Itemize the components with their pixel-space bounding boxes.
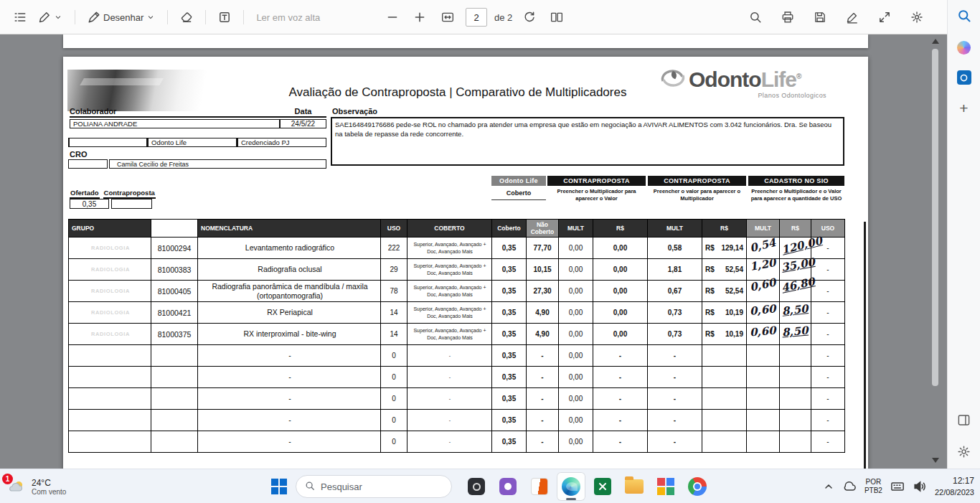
page-number-input[interactable] [466,8,487,27]
save-button[interactable] [810,7,830,27]
search-document-button[interactable] [745,7,765,27]
table-cell: 0,00 [593,302,648,324]
taskbar-app-2[interactable] [651,472,680,501]
add-text-button[interactable] [215,7,235,27]
office-icon[interactable] [957,70,971,85]
table-cell: 0,60 [747,302,780,324]
fullscreen-button[interactable] [875,7,895,27]
section-band-subtitle: Preencher o valor para aparecer o Multip… [648,188,746,202]
table-cell: - [811,324,845,345]
taskbar-search[interactable]: Pesquisar [296,475,452,498]
vertical-scrollbar[interactable] [930,34,941,469]
table-cell [747,410,780,431]
previous-page-bottom [63,34,868,48]
fit-width-icon [440,11,455,24]
table-cell [151,388,198,410]
table-cell: - [648,431,702,453]
table-cell: Superior, Avançado, Avançado + Doc, Avan… [407,302,492,324]
weather-icon: 1 [7,477,26,496]
table-cell: Superior, Avançado, Avançado + Doc, Avan… [407,324,492,345]
table-cell: - [593,388,648,410]
table-cell: 0,35 [492,302,527,324]
table-cell [69,431,151,453]
scroll-down-arrow[interactable] [932,458,939,463]
table-row: RADIOLOGIA81000383Radiografia oclusal29S… [69,259,845,281]
clock[interactable]: 12:17 22/08/2023 [935,476,974,497]
sidebar-search-icon[interactable] [956,7,973,24]
toolbar-separator [205,10,206,24]
scrollbar-thumb[interactable] [932,49,938,386]
table-cell: 0,73 [648,302,702,324]
column-header: R$ [702,220,747,238]
table-cell: 4,90 [527,302,559,324]
save-as-button[interactable] [842,7,862,27]
start-button[interactable] [271,479,287,494]
table-cell [69,388,151,410]
taskbar-app-edge[interactable] [557,472,585,501]
zoom-out-button[interactable] [382,7,402,27]
taskbar-app-chat[interactable] [494,472,522,501]
table-cell: 0,35 [492,367,527,388]
rotate-button[interactable] [519,7,540,27]
observacao-value: SAE164849176686 pede-se ROL no chamado p… [331,117,844,166]
eraser-button[interactable] [176,7,197,27]
table-cell [780,431,811,453]
table-cell: - [811,431,845,453]
settings-button[interactable] [907,7,927,27]
system-tray: POR PTB2 12:17 22/08/2023 [823,469,974,503]
draw-pen-icon [88,11,100,24]
taskbar-app-document[interactable] [525,472,554,501]
weather-condition: Com vento [32,488,66,496]
volume-icon[interactable] [913,479,927,494]
taskbar-app-chrome[interactable] [683,472,712,501]
taskbar-center: Pesquisar [271,469,712,503]
copilot-icon[interactable] [956,39,973,56]
taskbar-app-1[interactable] [462,472,491,501]
table-cell: - [811,259,845,281]
fit-to-width-button[interactable] [437,7,458,27]
table-row: -0-0,35-0,00--- [69,431,845,453]
onedrive-cloud-icon[interactable] [842,479,857,494]
table-cell: 0 [381,367,407,388]
table-cell: 8,50 [780,302,811,324]
read-aloud-button[interactable]: Ler em voz alta [253,9,324,27]
taskbar-app-file-explorer[interactable] [620,472,649,501]
table-cell: - [811,345,845,367]
table-cell: 0,73 [648,324,702,345]
touch-keyboard-icon[interactable] [890,479,905,494]
table-cell: 0,35 [492,388,527,410]
weather-widget[interactable]: 1 24°C Com vento [7,469,66,503]
table-cell [747,388,780,410]
table-cell: 120,00 [780,238,811,259]
page-total-label: de 2 [494,12,512,23]
taskbar-app-excel[interactable] [588,472,617,501]
print-button[interactable] [778,7,798,27]
table-cell [151,345,198,367]
table-cell: 0 [381,388,407,410]
colaborador-label: Colaborador [70,107,280,116]
table-cell [780,345,811,367]
table-row: -0-0,35-0,00--- [69,410,845,431]
page-view-button[interactable] [547,7,567,27]
table-cell: R$10,19 [702,302,747,324]
zoom-in-button[interactable] [410,7,430,27]
split-screen-icon[interactable] [956,411,973,428]
draw-button[interactable]: Desenhar [84,7,159,27]
printer-icon [781,11,794,24]
tray-chevron-up-icon[interactable] [823,481,834,492]
highlight-pen-button[interactable] [34,7,66,27]
table-cell [69,367,151,388]
table-cell: 0,00 [559,388,593,410]
section-band: CONTRAPROPOSTA [547,176,646,186]
sidebar-add-icon[interactable]: + [956,99,973,116]
ofertado-value: 0,35 [70,199,109,209]
scroll-up-arrow[interactable] [932,39,939,44]
sidebar-settings-icon[interactable] [956,443,973,460]
language-indicator[interactable]: POR PTB2 [864,478,882,496]
contents-button[interactable] [10,7,30,27]
table-row: RADIOLOGIA81000294Levantamento radiográf… [69,238,845,259]
table-cell: RADIOLOGIA [69,281,151,302]
table-cell: 14 [381,302,407,324]
table-cell: - [648,388,702,410]
table-cell: - [527,345,559,367]
